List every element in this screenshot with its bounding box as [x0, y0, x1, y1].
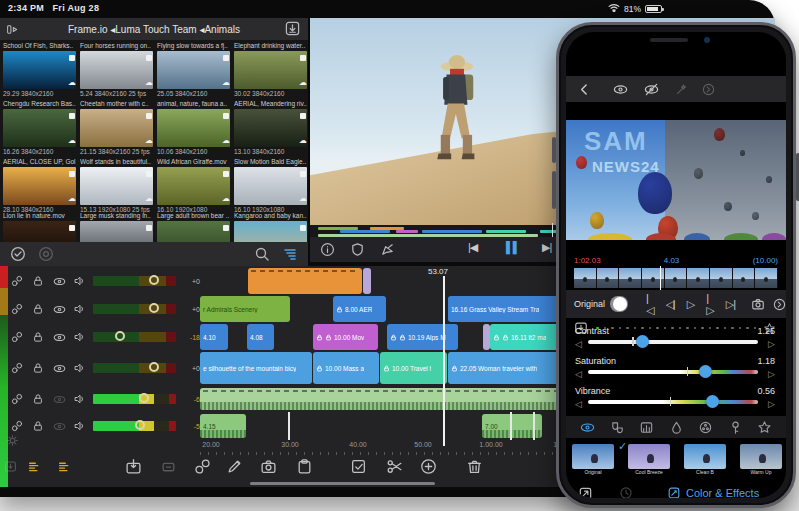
link-icon[interactable] — [10, 393, 25, 405]
clip-select-checkbox[interactable] — [69, 55, 75, 61]
timeline-clip[interactable]: 10.00 Mov — [313, 324, 378, 350]
gain-knob[interactable] — [149, 362, 159, 372]
slider-decrease-arrow[interactable]: ◁ — [575, 399, 582, 409]
tab-key-icon[interactable] — [728, 420, 743, 435]
download-button[interactable] — [285, 21, 300, 36]
clip-select-checkbox[interactable] — [300, 225, 306, 231]
eye-icon[interactable] — [52, 393, 67, 406]
library-clip[interactable]: Four horses running on..☁5.24 3840x2160 … — [80, 42, 153, 98]
clip-thumbnail[interactable]: ☁ — [157, 221, 230, 242]
frame-forward-button[interactable]: |▷ — [706, 292, 713, 317]
slider-thumb[interactable] — [636, 335, 649, 348]
timeline-clip[interactable] — [483, 324, 490, 350]
eye-icon[interactable] — [52, 420, 67, 433]
library-clip[interactable]: AERIAL, CLOSE UP, Gol..☁28.10 3840x2160 — [3, 158, 76, 214]
timeline-clip[interactable] — [248, 268, 362, 294]
clip-thumbnail[interactable]: ☁ — [80, 51, 153, 89]
sort-icon[interactable] — [282, 246, 298, 262]
clip-select-checkbox[interactable] — [69, 113, 75, 119]
timeline-clip[interactable]: 10.00 Travel f — [380, 352, 447, 384]
camera-icon[interactable] — [260, 458, 277, 475]
clip-thumbnail[interactable]: ☁ — [3, 109, 76, 147]
timeline-clip[interactable]: 10.00 Mass a — [313, 352, 379, 384]
preset-thumbnail[interactable] — [628, 444, 670, 469]
clip-select-checkbox[interactable] — [300, 55, 306, 61]
tab-masks-icon[interactable] — [610, 420, 625, 435]
skip-end-button[interactable]: ▷| — [726, 298, 735, 311]
library-clip[interactable]: Kangaroo and baby kan..☁ — [234, 212, 307, 242]
slider-track[interactable] — [588, 340, 758, 344]
insert-icon[interactable] — [125, 458, 142, 475]
lock-icon[interactable] — [31, 362, 46, 374]
track-layout-icon-1[interactable] — [28, 460, 41, 473]
preset-thumbnail[interactable] — [572, 444, 614, 469]
back-chevron-icon[interactable] — [578, 83, 591, 96]
compare-eye-icon[interactable] — [644, 82, 659, 97]
clip-thumbnail[interactable]: ☁ — [234, 51, 307, 89]
slider-thumb[interactable] — [699, 365, 712, 378]
clip-thumbnail[interactable]: ☁ — [80, 109, 153, 147]
clip-select-checkbox[interactable] — [223, 171, 229, 177]
filmstrip-playhead[interactable] — [660, 266, 662, 290]
clip-select-checkbox[interactable] — [146, 55, 152, 61]
clip-thumbnail[interactable]: ☁ — [3, 167, 76, 205]
slider-thumb[interactable] — [706, 395, 719, 408]
library-clip[interactable]: Flying slow towards a fj..☁25.05 3840x21… — [157, 42, 230, 98]
timeline-clip[interactable] — [363, 268, 371, 294]
slider-decrease-arrow[interactable]: ◁ — [575, 339, 582, 349]
original-toggle[interactable] — [610, 296, 628, 312]
clip-select-checkbox[interactable] — [146, 113, 152, 119]
preset-item[interactable]: Clean B — [684, 444, 726, 476]
clip-select-checkbox[interactable] — [146, 171, 152, 177]
library-clip[interactable]: Elephant drinking water..☁30.02 3840x216… — [234, 42, 307, 98]
clip-select-checkbox[interactable] — [300, 113, 306, 119]
library-clip[interactable]: AERIAL, Meandering riv..☁13.10 3840x2160 — [234, 100, 307, 156]
lock-icon[interactable] — [31, 331, 46, 343]
clip-thumbnail[interactable]: ☁ — [3, 51, 76, 89]
marker-icon[interactable] — [380, 242, 395, 257]
tab-reel-icon[interactable] — [698, 420, 713, 435]
link-icon[interactable] — [10, 303, 25, 315]
clip-thumbnail[interactable]: ☁ — [234, 167, 307, 205]
timeline-clip[interactable]: 16.16 Grass Valley Stream Tra — [448, 296, 572, 322]
link-icon[interactable] — [10, 420, 25, 432]
settings-gear-icon[interactable] — [6, 434, 19, 447]
lock-icon[interactable] — [31, 303, 46, 315]
clip-select-checkbox[interactable] — [146, 225, 152, 231]
timeline-clip[interactable]: 4.08 — [247, 324, 274, 350]
preset-item[interactable]: Original — [572, 444, 614, 476]
pluscircle-icon[interactable] — [420, 458, 437, 475]
preset-thumbnail[interactable] — [740, 444, 782, 469]
tab-levels-icon[interactable] — [639, 420, 654, 435]
library-clip[interactable]: Lion lie in nature.mov☁ — [3, 212, 76, 242]
trash-icon[interactable] — [466, 458, 483, 475]
audio-clip[interactable] — [200, 388, 575, 410]
library-clip[interactable]: Cheetah mother with c..☁21.15 3840x2160 … — [80, 100, 153, 156]
clip-thumbnail[interactable]: ☁ — [80, 167, 153, 205]
library-clip[interactable]: animal, nature, fauna a..☁10.06 3840x216… — [157, 100, 230, 156]
scissors-icon[interactable] — [386, 458, 403, 475]
speaker-icon[interactable] — [72, 362, 87, 374]
skip-start-button[interactable]: |◁ — [646, 292, 653, 317]
frame-back-button[interactable]: ◁| — [665, 298, 674, 311]
lock-icon[interactable] — [31, 275, 46, 287]
speaker-icon[interactable] — [72, 393, 87, 405]
replace-icon[interactable] — [160, 458, 177, 475]
timeline-clip[interactable]: 10.19 Alps M — [387, 324, 458, 350]
export-icon[interactable] — [578, 486, 593, 499]
slider-track[interactable] — [588, 370, 758, 374]
clip-thumbnail[interactable]: ☁ — [157, 167, 230, 205]
playhead[interactable] — [443, 276, 445, 446]
gain-knob[interactable] — [149, 303, 159, 313]
clip-thumbnail[interactable]: ☁ — [234, 221, 307, 242]
pause-button[interactable]: ▌▌ — [506, 241, 520, 253]
lock-icon[interactable] — [31, 420, 46, 432]
tab-eye-icon[interactable] — [580, 420, 595, 435]
tab-star-icon[interactable] — [757, 420, 772, 435]
pencil-icon[interactable] — [226, 458, 243, 475]
library-clip[interactable]: Large musk standing in..☁ — [80, 212, 153, 242]
gain-knob[interactable] — [139, 393, 149, 403]
clip-thumbnail[interactable]: ☁ — [157, 51, 230, 89]
timeline-scrollbar[interactable] — [250, 482, 435, 485]
speaker-icon[interactable] — [72, 420, 87, 432]
